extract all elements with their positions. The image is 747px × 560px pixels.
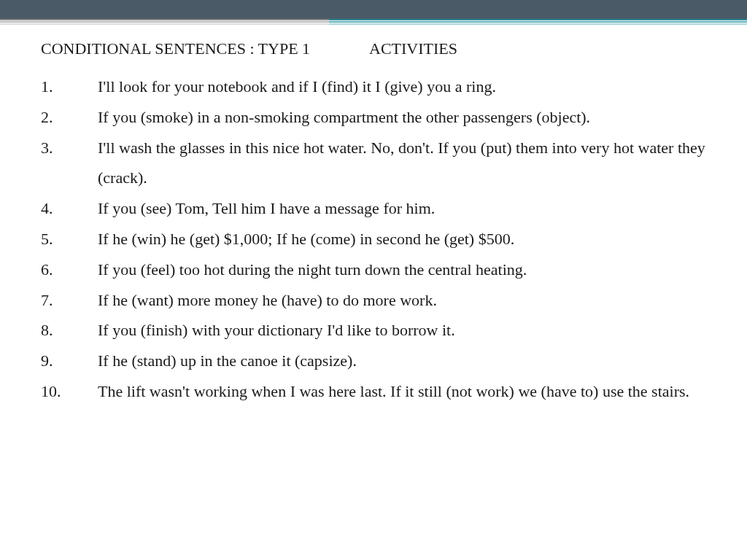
item-text: If you (smoke) in a non-smoking compartm… bbox=[98, 102, 712, 133]
item-text: If you (feel) too hot during the night t… bbox=[98, 254, 712, 285]
list-item: 5.If he (win) he (get) $1,000; If he (co… bbox=[41, 224, 712, 254]
item-text: If he (win) he (get) $1,000; If he (come… bbox=[98, 224, 712, 254]
heading-row: CONDITIONAL SENTENCES : TYPE 1 ACTIVITIE… bbox=[41, 39, 712, 58]
list-item: 2.If you (smoke) in a non-smoking compar… bbox=[41, 102, 712, 133]
accent-divider bbox=[0, 19, 747, 26]
item-text: If he (stand) up in the canoe it (capsiz… bbox=[98, 346, 712, 376]
item-text: The lift wasn't working when I was here … bbox=[98, 376, 712, 407]
list-item: 4.If you (see) Tom, Tell him I have a me… bbox=[41, 193, 712, 224]
list-item: 10.The lift wasn't working when I was he… bbox=[41, 376, 712, 407]
list-item: 9.If he (stand) up in the canoe it (caps… bbox=[41, 346, 712, 376]
slide-top-bar bbox=[0, 0, 747, 19]
heading-right: ACTIVITIES bbox=[369, 39, 712, 58]
item-number: 9. bbox=[41, 346, 98, 376]
item-number: 7. bbox=[41, 285, 98, 316]
item-number: 2. bbox=[41, 102, 98, 133]
slide-content: CONDITIONAL SENTENCES : TYPE 1 ACTIVITIE… bbox=[0, 39, 747, 407]
list-item: 1.I'll look for your notebook and if I (… bbox=[41, 71, 712, 102]
item-text: If you (finish) with your dictionary I'd… bbox=[98, 315, 712, 346]
item-number: 6. bbox=[41, 254, 98, 285]
item-number: 8. bbox=[41, 315, 98, 346]
item-number: 5. bbox=[41, 224, 98, 254]
item-text: If he (want) more money he (have) to do … bbox=[98, 285, 712, 316]
item-number: 10. bbox=[41, 376, 98, 407]
list-item: 7.If he (want) more money he (have) to d… bbox=[41, 285, 712, 316]
item-text: If you (see) Tom, Tell him I have a mess… bbox=[98, 193, 712, 224]
item-number: 3. bbox=[41, 133, 98, 163]
list-item: 6.If you (feel) too hot during the night… bbox=[41, 254, 712, 285]
list-item: 8.If you (finish) with your dictionary I… bbox=[41, 315, 712, 346]
heading-left: CONDITIONAL SENTENCES : TYPE 1 bbox=[41, 39, 369, 58]
items-list: 1.I'll look for your notebook and if I (… bbox=[41, 71, 712, 407]
list-item: 3.I'll wash the glasses in this nice hot… bbox=[41, 133, 712, 194]
item-text: I'll wash the glasses in this nice hot w… bbox=[98, 133, 712, 194]
item-number: 4. bbox=[41, 193, 98, 224]
item-text: I'll look for your notebook and if I (fi… bbox=[98, 71, 712, 102]
item-number: 1. bbox=[41, 71, 98, 102]
